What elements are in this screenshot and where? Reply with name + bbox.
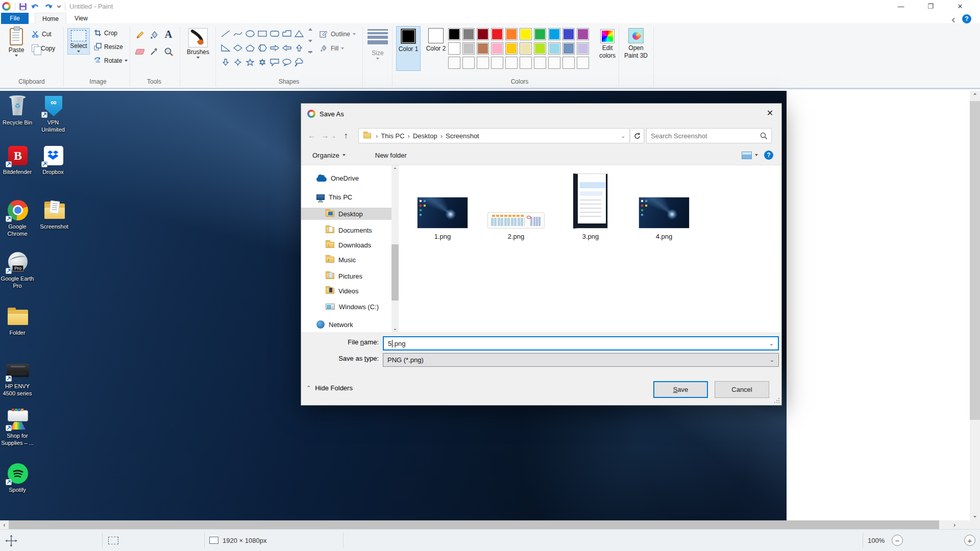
palette-color[interactable]	[448, 42, 460, 55]
organize-button[interactable]: Organize	[312, 152, 346, 159]
file-name-input[interactable]: 5.png ⌄	[383, 336, 779, 350]
shape-polygon[interactable]	[282, 30, 292, 39]
outline-button[interactable]: Outline	[320, 30, 356, 38]
address-dropdown-icon[interactable]: ⌄	[621, 133, 625, 139]
scroll-down-icon[interactable]: ⌄	[391, 324, 399, 332]
file-thumbnail-3[interactable]	[573, 173, 608, 229]
recent-locations-icon[interactable]: ⌄	[332, 133, 336, 139]
size-button[interactable]: Size	[365, 29, 390, 60]
save-icon[interactable]	[19, 3, 27, 10]
vertical-scroll-thumb[interactable]	[970, 101, 980, 420]
file-label[interactable]: 2.png	[485, 233, 547, 240]
vertical-scrollbar[interactable]: ⌃ ⌄	[970, 91, 980, 520]
breadcrumb-desktop[interactable]: Desktop	[410, 132, 440, 140]
tab-view[interactable]: View	[67, 13, 95, 24]
sidebar-item-videos[interactable]: Videos	[301, 285, 391, 297]
shape-oval-callout[interactable]	[282, 58, 292, 68]
shape-right-arrow[interactable]	[270, 44, 280, 54]
edit-colors-button[interactable]: Edit colors	[594, 29, 621, 60]
restore-button[interactable]: ❐	[919, 0, 942, 13]
shape-down-arrow[interactable]	[220, 58, 231, 68]
palette-color[interactable]	[520, 42, 532, 55]
sidebar-item-this-pc[interactable]: This PC	[301, 191, 391, 203]
color2-button[interactable]: Color 2	[424, 26, 448, 71]
palette-color[interactable]	[477, 42, 489, 55]
zoom-in-button[interactable]: +	[964, 535, 975, 546]
new-folder-button[interactable]: New folder	[375, 152, 407, 159]
sidebar-item-downloads[interactable]: ↓Downloads	[301, 239, 391, 251]
shape-rectangle[interactable]	[257, 30, 267, 39]
palette-color[interactable]	[462, 42, 475, 55]
undo-icon[interactable]	[31, 3, 40, 10]
palette-color[interactable]	[462, 28, 475, 40]
file-label[interactable]: 4.png	[633, 233, 695, 240]
hide-folders-button[interactable]: ⌃ Hide Folders	[306, 384, 353, 392]
sidebar-scrollbar[interactable]: ⌃ ⌄	[391, 165, 399, 332]
back-icon[interactable]: ←	[305, 131, 318, 140]
palette-color[interactable]	[491, 42, 503, 55]
resize-button[interactable]: Resize	[94, 43, 123, 51]
customize-qat-icon[interactable]	[57, 4, 61, 8]
resize-grip[interactable]	[774, 398, 779, 403]
scroll-up-icon[interactable]: ⌃	[970, 91, 980, 101]
close-button[interactable]: ✕	[948, 0, 972, 13]
redo-icon[interactable]	[44, 3, 53, 10]
brushes-button[interactable]: Brushes	[184, 28, 212, 59]
scroll-left-icon[interactable]: ‹	[0, 520, 9, 529]
save-type-select[interactable]: PNG (*.png) ⌄	[383, 353, 779, 367]
change-view-icon[interactable]	[742, 152, 752, 159]
address-bar[interactable]: › This PC › Desktop › Screenshot ⌄	[358, 128, 630, 143]
sidebar-item-pictures[interactable]: Pictures	[301, 270, 391, 282]
desktop-icon-google-chrome[interactable]: Google Chrome	[0, 199, 35, 238]
desktop-icon-bitdefender[interactable]: B Bitdefender	[0, 144, 35, 176]
breadcrumb-screenshot[interactable]: Screenshot	[443, 132, 482, 140]
palette-empty-slot[interactable]	[462, 57, 475, 69]
shapes-scroll-up-icon[interactable]	[308, 28, 312, 31]
palette-empty-slot[interactable]	[520, 57, 532, 69]
tab-home[interactable]: Home	[35, 13, 66, 24]
shape-up-arrow[interactable]	[294, 44, 304, 54]
palette-empty-slot[interactable]	[534, 57, 546, 69]
file-thumbnail-2[interactable]	[487, 212, 545, 229]
palette-color[interactable]	[448, 28, 460, 40]
refresh-button[interactable]	[631, 128, 644, 143]
desktop-icon-screenshot-folder[interactable]: Screenshot	[36, 199, 72, 231]
color1-button[interactable]: Color 1	[396, 26, 421, 71]
dialog-help-icon[interactable]: ?	[764, 151, 773, 160]
sidebar-scroll-thumb[interactable]	[391, 244, 399, 300]
fill-tool[interactable]	[148, 29, 160, 41]
palette-color[interactable]	[577, 42, 589, 55]
palette-color[interactable]	[548, 42, 560, 55]
search-input[interactable]: Search Screenshot	[646, 128, 772, 143]
sidebar-item-windows-c[interactable]: Windows (C:)	[301, 300, 391, 313]
shape-left-arrow[interactable]	[282, 44, 292, 54]
desktop-icon-dropbox[interactable]: Dropbox	[36, 144, 70, 176]
collapse-ribbon-icon[interactable]	[952, 17, 957, 22]
paste-button[interactable]: Paste	[4, 28, 29, 57]
shape-rounded-rectangle[interactable]	[270, 30, 280, 39]
shape-six-point-star[interactable]	[257, 58, 267, 68]
shape-five-point-star[interactable]	[245, 58, 255, 68]
palette-empty-slot[interactable]	[505, 57, 518, 69]
file-label[interactable]: 1.png	[412, 233, 473, 240]
palette-color[interactable]	[534, 42, 546, 55]
file-thumbnail-1[interactable]	[417, 197, 468, 229]
tab-file[interactable]: File	[1, 13, 29, 24]
zoom-out-button[interactable]: −	[892, 535, 903, 546]
shape-line[interactable]	[220, 30, 231, 39]
palette-empty-slot[interactable]	[491, 57, 503, 69]
help-icon[interactable]: ?	[962, 14, 971, 23]
palette-empty-slot[interactable]	[477, 57, 489, 69]
sidebar-item-onedrive[interactable]: OneDrive	[301, 172, 391, 184]
palette-empty-slot[interactable]	[577, 57, 589, 69]
sidebar-item-network[interactable]: Network	[301, 318, 391, 331]
magnifier-tool[interactable]	[162, 45, 175, 58]
pencil-tool[interactable]	[134, 29, 146, 41]
select-button[interactable]: Select	[67, 28, 90, 55]
chevron-down-icon[interactable]	[755, 154, 758, 156]
desktop-icon-folder[interactable]: Folder	[0, 305, 35, 337]
palette-color[interactable]	[562, 28, 575, 40]
file-thumbnail-4[interactable]	[639, 197, 690, 229]
color-picker-tool[interactable]	[148, 45, 160, 58]
up-icon[interactable]: ↑	[339, 131, 352, 140]
